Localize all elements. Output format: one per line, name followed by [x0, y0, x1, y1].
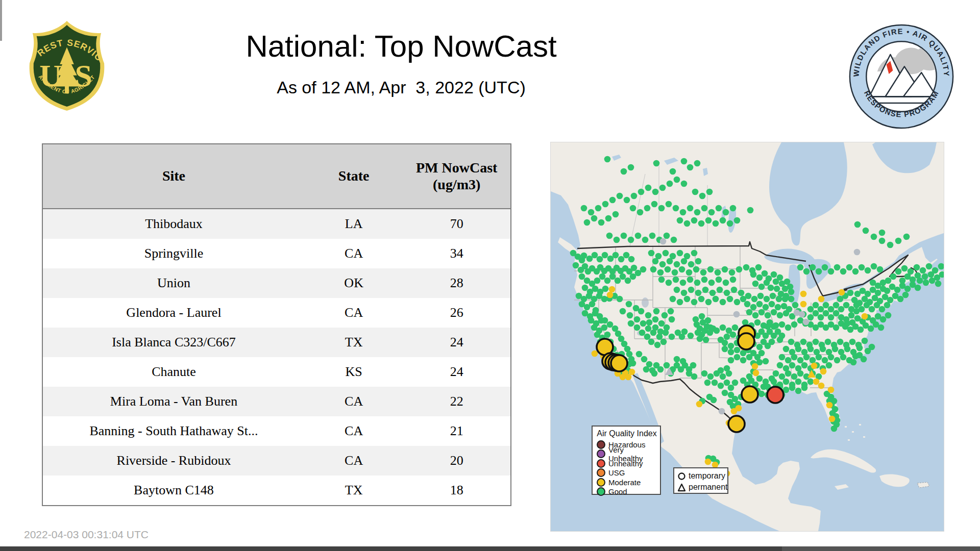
monitor-dot-good: [843, 302, 850, 309]
state-cell: CA: [305, 239, 403, 268]
monitor-dot-good: [800, 339, 807, 345]
state-cell: LA: [305, 209, 403, 239]
monitor-dot-good: [775, 304, 781, 311]
monitor-dot-good: [879, 230, 886, 236]
monitor-dot-inactive: [794, 310, 800, 316]
monitor-dot-good: [746, 309, 753, 316]
monitor-dot-good: [573, 262, 579, 269]
monitor-dot-good: [758, 350, 765, 357]
monitor-dot-good: [723, 209, 729, 216]
monitor-dot-good: [635, 233, 642, 239]
monitor-dot-good: [887, 297, 894, 304]
monitor-dot-good: [693, 266, 700, 273]
monitor-dot-good: [831, 425, 838, 432]
monitor-dot-good: [643, 366, 650, 373]
monitor-dot-moderate: [839, 289, 845, 296]
monitor-dot-good: [807, 379, 814, 385]
table-row: Glendora - LaurelCA26: [42, 298, 511, 328]
monitor-dot-moderate: [705, 459, 712, 465]
monitor-dot-good: [865, 267, 871, 274]
monitor-dot-good: [681, 290, 688, 296]
monitor-dot-good: [813, 339, 819, 345]
monitor-dot-good: [747, 207, 754, 214]
monitor-dot-good: [638, 189, 645, 195]
monitor-dot-good: [620, 273, 626, 280]
monitor-dot-good: [708, 209, 715, 216]
monitor-dot-good: [631, 193, 638, 199]
monitor-dot-good: [734, 217, 741, 224]
monitor-dot-good: [597, 256, 603, 263]
monitor-dot-good: [591, 215, 598, 222]
monitor-dot-good: [679, 266, 685, 273]
monitor-dot-good: [705, 217, 712, 224]
monitor-dot-good: [769, 301, 775, 308]
monitor-dot-good: [609, 273, 616, 280]
monitor-dot-good: [820, 346, 826, 353]
monitor-dot-good: [681, 258, 688, 265]
monitor-dot-good: [928, 271, 935, 278]
monitor-dot-good: [695, 290, 702, 296]
monitor-dot-good: [628, 320, 634, 327]
monitor-dot-good: [684, 220, 691, 227]
bottom-scrollbar-segment[interactable]: [782, 546, 980, 551]
monitor-dot-moderate: [731, 408, 738, 415]
monitor-dot-good: [617, 193, 623, 199]
monitor-dot-good: [645, 312, 652, 319]
monitor-dot-good: [865, 291, 871, 297]
monitor-dot-good: [792, 302, 799, 309]
site-cell: Thibodaux: [42, 209, 305, 239]
monitor-dot-good: [693, 316, 699, 323]
monitor-dot-good: [715, 269, 721, 276]
monitor-dot-good: [871, 234, 877, 240]
top-nowcast-table: Site State PM NowCast (ug/m3) ThibodauxL…: [42, 143, 511, 506]
monitor-dot-good: [914, 264, 920, 271]
monitor-dot-good: [636, 351, 643, 358]
monitor-dot-good: [680, 280, 687, 286]
monitor-dot-good: [602, 286, 609, 292]
monitor-dot-good: [730, 205, 737, 212]
monitor-dot-good: [783, 310, 790, 317]
state-cell: CA: [305, 416, 403, 446]
monitor-dot-good: [828, 268, 835, 275]
table-header: Site State PM NowCast (ug/m3): [42, 144, 511, 209]
monitor-dot-moderate: [820, 368, 827, 375]
site-cell: Union: [42, 268, 305, 298]
monitor-dot-good: [803, 354, 810, 361]
monitor-dot-good: [890, 273, 897, 280]
monitor-dot-moderate: [625, 374, 632, 381]
monitor-dot-good: [641, 356, 648, 363]
monitor-dot-good: [607, 321, 614, 328]
monitor-dot-good: [828, 314, 835, 321]
monitor-dot-good: [761, 322, 767, 329]
generation-timestamp: 2022-04-03 00:31:04 UTC: [24, 529, 149, 541]
monitor-dot-good: [844, 346, 851, 353]
monitor-dot-good: [709, 290, 716, 296]
monitor-dot-good: [697, 336, 703, 342]
monitor-dot-good: [592, 252, 598, 259]
table-body: ThibodauxLA70SpringvilleCA34UnionOK28Gle…: [42, 209, 511, 506]
monitor-dot-good: [789, 385, 796, 391]
aqi-swatch-hazardous: [597, 440, 605, 449]
monitor-dot-good: [716, 205, 722, 212]
monitor-dot-good: [868, 325, 874, 332]
site-cell: Isla Blanca C323/C667: [42, 328, 305, 357]
monitor-dot-good: [727, 399, 733, 406]
monitor-dot-good: [789, 362, 796, 369]
monitor-dot-good: [731, 287, 738, 293]
monitor-dot-good: [654, 342, 661, 348]
monitor-dot-good: [863, 228, 869, 234]
monitor-dot-inactive: [733, 311, 740, 318]
monitor-dot-good: [732, 380, 739, 386]
monitor-dot-moderate: [696, 401, 703, 408]
monitor-dot-good: [828, 306, 835, 313]
monitor-dot-moderate: [828, 387, 835, 393]
monitor-dot-good: [751, 296, 758, 303]
monitor-dot-good: [848, 312, 855, 319]
bottom-scrollbar[interactable]: [0, 546, 980, 551]
monitor-dot-good: [879, 306, 886, 313]
monitor-dot-good: [604, 332, 611, 338]
monitor-dot-good: [795, 379, 802, 385]
monitor-dot-good: [694, 209, 701, 216]
monitor-dot-good: [823, 310, 829, 317]
monitor-dot-good: [823, 302, 829, 309]
